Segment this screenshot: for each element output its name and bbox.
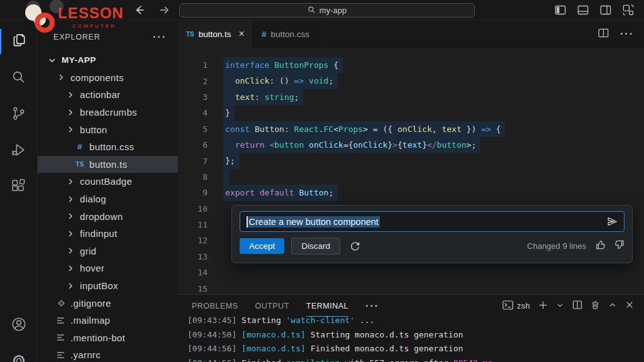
editor-more-actions-icon[interactable]: ··· <box>620 29 634 39</box>
line-number: 13 <box>178 252 208 261</box>
tree-item-label: .yarnrc <box>70 349 101 360</box>
maximize-panel-chevron-icon[interactable] <box>608 300 617 311</box>
toggle-secondary-sidebar-icon[interactable] <box>600 4 611 18</box>
tree-item-gitignore[interactable]: .gitignore <box>38 294 178 312</box>
code-line: 7}; <box>178 153 644 168</box>
line-number: 12 <box>178 236 208 245</box>
search-icon <box>11 69 26 87</box>
terminal-picker-chevron-icon[interactable] <box>556 301 564 311</box>
panel-tab-output[interactable]: OUTPUT <box>255 295 289 317</box>
split-terminal-icon[interactable] <box>572 300 582 312</box>
tree-item-button[interactable]: button <box>38 121 178 138</box>
line-number: 11 <box>178 220 208 229</box>
tree-item-label: findinput <box>80 228 117 239</box>
tree-item-dialog[interactable]: dialog <box>38 190 178 208</box>
terminal-output[interactable]: [09:43:45] Starting 'watch-client' ...[0… <box>178 314 644 362</box>
line-number: 14 <box>178 268 208 277</box>
chevron-right-icon <box>65 245 76 256</box>
activity-search[interactable] <box>0 62 38 94</box>
code-line: 2 onClick: () => void; <box>178 73 644 89</box>
split-editor-icon[interactable] <box>598 28 609 41</box>
chevron-right-icon <box>65 194 76 205</box>
tree-item-label: button <box>80 124 108 135</box>
code-text: }; <box>223 153 240 168</box>
code-line: 5const Button: React.FC<Props> = ({ onCl… <box>178 121 644 137</box>
tree-item-dropdown[interactable]: dropdown <box>38 207 178 225</box>
tree-item-button-ts[interactable]: TSbutton.ts <box>38 156 178 173</box>
typescript-file-icon: TS <box>186 31 194 38</box>
config-file-icon <box>55 315 67 326</box>
regenerate-icon[interactable] <box>350 241 360 251</box>
title-bar: my-app <box>0 0 644 20</box>
tree-item-components[interactable]: components <box>38 69 178 87</box>
line-number: 9 <box>178 188 208 197</box>
line-number: 5 <box>178 124 208 134</box>
panel-tab-terminal[interactable]: TERMINAL <box>306 295 348 317</box>
tab-label: button.css <box>270 30 309 39</box>
line-number: 1 <box>178 60 208 70</box>
nav-forward-icon[interactable] <box>158 4 170 16</box>
code-text: text: string; <box>223 89 303 105</box>
toggle-panel-icon[interactable] <box>577 4 589 18</box>
accept-button[interactable]: Accept <box>240 238 284 254</box>
line-number: 15 <box>178 284 208 293</box>
command-center-search[interactable]: my-app <box>179 3 475 18</box>
activity-explorer[interactable] <box>0 25 38 58</box>
tree-item-grid[interactable]: grid <box>38 243 178 260</box>
activity-account[interactable] <box>0 309 38 342</box>
tree-item-label: MY-APP <box>62 55 96 65</box>
tree-item-findinput[interactable]: findinput <box>38 225 178 243</box>
line-number: 4 <box>178 108 208 118</box>
source-control-icon <box>11 106 26 124</box>
terminal-icon <box>502 300 513 312</box>
chevron-down-icon <box>47 55 58 66</box>
panel-tab-problems[interactable]: PROBLEMS <box>192 295 238 317</box>
panel-more-actions-icon[interactable]: ··· <box>365 301 379 311</box>
explorer-more-actions-icon[interactable]: ··· <box>153 32 167 42</box>
code-line: 14 <box>178 265 644 280</box>
code-line: 4} <box>178 105 644 121</box>
activity-source-control[interactable] <box>0 98 38 131</box>
code-editor[interactable]: 1interface ButtonProps {2 onClick: () =>… <box>178 48 644 294</box>
activity-run-debug[interactable] <box>0 134 38 167</box>
tree-item-breadcrumbs[interactable]: breadcrumbs <box>38 104 178 121</box>
code-line: 15 <box>178 280 644 294</box>
send-icon[interactable] <box>607 216 618 227</box>
tree-item-my-app[interactable]: MY-APP <box>38 52 178 69</box>
line-number: 3 <box>178 92 208 102</box>
tree-item-yarnrc[interactable]: .yarnrc <box>38 346 178 362</box>
tree-item-mention-bot[interactable]: .mention-bot <box>38 329 178 347</box>
thumbs-up-icon[interactable] <box>596 239 606 253</box>
customize-layout-icon[interactable] <box>623 4 634 18</box>
tree-item-inputbox[interactable]: inputBox <box>38 277 178 295</box>
typescript-file-icon: TS <box>74 158 86 170</box>
code-text: export default Button; <box>223 185 338 200</box>
tab-button-ts[interactable]: TSbutton.ts× <box>178 20 253 48</box>
explorer-sidebar: EXPLORER ··· MY-APPcomponentsactionbarbr… <box>38 20 178 362</box>
toggle-primary-sidebar-icon[interactable] <box>555 4 566 18</box>
new-terminal-icon[interactable] <box>538 300 548 312</box>
thumbs-down-icon[interactable] <box>614 239 625 253</box>
terminal-line: [09:44:56] [monaco.d.ts] Finished monaco… <box>187 342 644 356</box>
tab-button-css[interactable]: #button.css <box>253 20 318 48</box>
chevron-right-icon <box>65 176 76 187</box>
changed-lines-status: Changed 9 lines <box>527 241 586 251</box>
close-tab-icon[interactable]: × <box>239 29 245 39</box>
tree-item-label: dialog <box>80 194 106 204</box>
close-panel-icon[interactable] <box>625 300 634 311</box>
git-file-icon <box>55 297 67 309</box>
line-number: 7 <box>178 156 208 166</box>
kill-terminal-trash-icon[interactable] <box>591 300 600 312</box>
tree-item-hover[interactable]: hover <box>38 260 178 277</box>
discard-button[interactable]: Discard <box>291 238 340 255</box>
activity-extensions[interactable] <box>0 171 38 204</box>
tree-item-actionbar[interactable]: actionbar <box>38 86 178 104</box>
activity-settings[interactable] <box>0 346 38 362</box>
tree-item-mailmap[interactable]: .mailmap <box>38 312 178 329</box>
tree-item-countbadge[interactable]: countBadge <box>38 173 178 190</box>
inline-chat-input[interactable]: Create a new button component <box>240 211 625 232</box>
nav-back-icon[interactable] <box>133 4 145 16</box>
tree-item-button-css[interactable]: #button.css <box>38 138 178 156</box>
tree-item-label: button.ts <box>89 159 127 170</box>
tree-item-label: .gitignore <box>70 298 111 309</box>
